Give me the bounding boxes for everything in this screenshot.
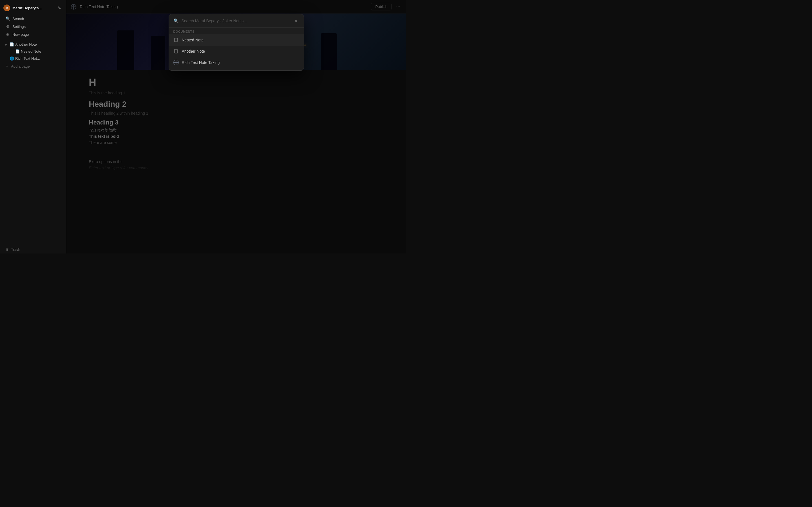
chevron-placeholder <box>4 56 8 61</box>
tree-label-nested-note: Nested Note <box>21 49 41 54</box>
trash-icon: 🗑 <box>5 247 9 251</box>
plus-icon: ＋ <box>5 64 9 69</box>
search-result-label-rich: Rich Text Note Taking <box>182 60 220 65</box>
search-section-label: Documents <box>169 27 304 34</box>
plus-circle-icon: ⊕ <box>5 32 10 37</box>
nav-tree: ▶ 📄 Another Note 📄 Nested Note 🌐 Rich Te… <box>0 41 66 62</box>
search-result-label-another: Another Note <box>182 49 205 54</box>
tree-label-another-note: Another Note <box>15 42 37 47</box>
main-area: Rich Text Note Taking Publish ··· H This… <box>66 0 406 253</box>
tree-label-rich-text: Rich Text Not... <box>15 56 40 61</box>
workspace-name: Maruf Bepary's... <box>12 6 54 10</box>
edit-icon[interactable]: ✎ <box>56 5 63 11</box>
sidebar-item-settings[interactable]: ⚙ Settings <box>2 23 64 30</box>
chevron-right-icon: ▶ <box>4 42 8 47</box>
sidebar-item-new-page[interactable]: ⊕ New page <box>2 31 64 38</box>
svg-rect-2 <box>174 49 177 53</box>
workspace-header: M Maruf Bepary's... ✎ <box>0 2 66 13</box>
search-result-another-note[interactable]: Another Note <box>169 46 304 57</box>
search-modal-bottom <box>169 68 304 70</box>
search-icon: 🔍 <box>173 18 179 23</box>
add-page-label: Add a page <box>11 64 30 68</box>
trash-item[interactable]: 🗑 Trash <box>2 245 64 253</box>
search-modal: 🔍 ✕ Documents Nested Note Ano <box>168 14 304 71</box>
globe-icon: 🌐 <box>10 56 14 61</box>
page-icon <box>173 37 179 43</box>
page-icon <box>173 48 179 54</box>
search-clear-button[interactable]: ✕ <box>293 18 299 24</box>
search-icon: 🔍 <box>5 16 10 21</box>
search-result-nested-note[interactable]: Nested Note <box>169 34 304 46</box>
search-result-label-nested: Nested Note <box>182 38 204 42</box>
globe-icon <box>173 60 179 65</box>
new-page-label: New page <box>12 33 29 37</box>
search-input-row: 🔍 ✕ <box>169 14 304 27</box>
tree-item-nested-note[interactable]: 📄 Nested Note <box>7 48 64 55</box>
page-icon: 📄 <box>10 42 14 47</box>
add-page-button[interactable]: ＋ Add a page <box>2 62 64 70</box>
search-input[interactable] <box>182 18 290 23</box>
svg-rect-0 <box>174 38 177 42</box>
gear-icon: ⚙ <box>5 24 10 29</box>
tree-nested-another-note: 📄 Nested Note <box>0 48 66 55</box>
avatar: M <box>3 4 10 11</box>
tree-item-another-note[interactable]: ▶ 📄 Another Note <box>2 41 64 48</box>
tree-item-rich-text[interactable]: 🌐 Rich Text Not... <box>2 55 64 62</box>
trash-label: Trash <box>11 247 20 251</box>
sidebar-spacer <box>0 70 66 245</box>
settings-label: Settings <box>12 24 26 29</box>
sidebar-top-actions: ✎ <box>56 5 63 11</box>
chevron-placeholder <box>10 49 14 54</box>
sidebar-item-search[interactable]: 🔍 Search <box>2 15 64 22</box>
search-result-rich-text[interactable]: Rich Text Note Taking <box>169 57 304 68</box>
sidebar: M Maruf Bepary's... ✎ 🔍 Search ⚙ Setting… <box>0 0 66 253</box>
page-icon: 📄 <box>15 49 20 54</box>
search-label: Search <box>12 17 24 21</box>
